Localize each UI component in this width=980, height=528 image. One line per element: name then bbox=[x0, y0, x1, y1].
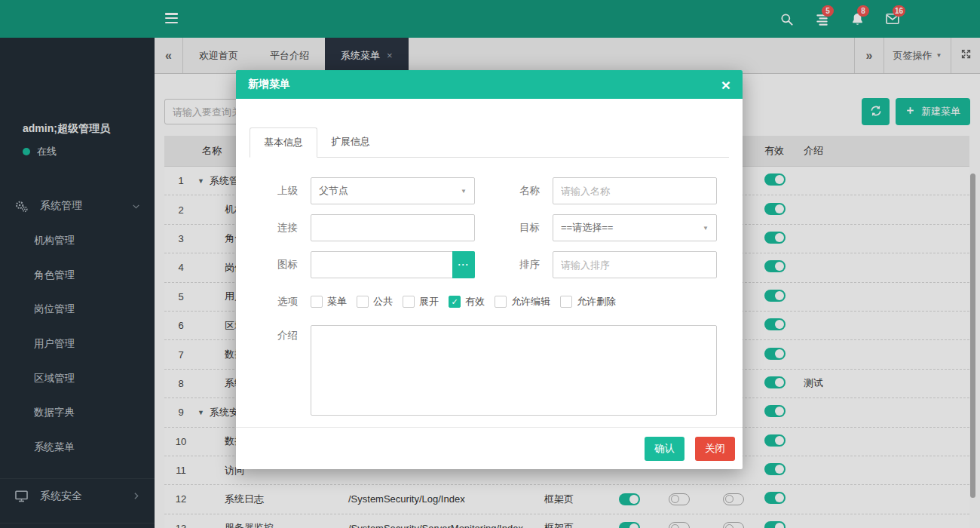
option-label: 允许删除 bbox=[577, 295, 616, 309]
option-item[interactable]: 允许删除 bbox=[560, 295, 616, 309]
icon-picker-button[interactable]: ··· bbox=[452, 251, 475, 278]
options-group: 菜单公共展开✓有效允许编辑允许删除 bbox=[311, 288, 717, 315]
parent-select[interactable]: 父节点 ▼ bbox=[311, 177, 475, 204]
close-button[interactable]: 关闭 bbox=[695, 437, 735, 461]
intro-label: 介绍 bbox=[236, 325, 311, 342]
modal-footer: 确认 关闭 bbox=[236, 427, 743, 469]
sort-label: 排序 bbox=[475, 251, 553, 278]
parent-label: 上级 bbox=[236, 177, 311, 204]
checkbox-icon[interactable] bbox=[311, 296, 323, 308]
option-label: 有效 bbox=[465, 295, 485, 309]
option-item[interactable]: 公共 bbox=[357, 295, 393, 309]
add-menu-modal: 新增菜单 × 基本信息扩展信息 上级 父节点 ▼ 名称 连接 目标 ==请选择=… bbox=[236, 70, 743, 469]
modal-tab-basic-info[interactable]: 基本信息 bbox=[250, 127, 317, 158]
modal-tabs: 基本信息扩展信息 bbox=[250, 127, 729, 158]
option-label: 展开 bbox=[419, 295, 439, 309]
parent-select-value: 父节点 bbox=[319, 184, 348, 198]
name-field[interactable] bbox=[553, 177, 717, 204]
checkbox-icon[interactable] bbox=[357, 296, 369, 308]
checkbox-checked-icon[interactable]: ✓ bbox=[449, 296, 461, 308]
target-label: 目标 bbox=[475, 214, 553, 241]
checkbox-icon[interactable] bbox=[403, 296, 415, 308]
target-select-value: ==请选择== bbox=[561, 221, 613, 235]
modal-form: 上级 父节点 ▼ 名称 连接 目标 ==请选择== ▼ 图标 · bbox=[236, 177, 743, 419]
option-label: 公共 bbox=[373, 295, 393, 309]
caret-down-icon: ▼ bbox=[703, 225, 709, 232]
modal-header: 新增菜单 × bbox=[236, 70, 743, 99]
checkbox-icon[interactable] bbox=[560, 296, 572, 308]
options-label: 选项 bbox=[236, 288, 311, 315]
caret-down-icon: ▼ bbox=[461, 188, 467, 195]
option-item[interactable]: 菜单 bbox=[311, 295, 347, 309]
modal-title: 新增菜单 bbox=[248, 78, 290, 91]
target-select[interactable]: ==请选择== ▼ bbox=[553, 214, 717, 241]
option-label: 允许编辑 bbox=[511, 295, 550, 309]
icon-label: 图标 bbox=[236, 251, 311, 278]
icon-field[interactable] bbox=[311, 251, 475, 278]
intro-textarea[interactable] bbox=[311, 325, 717, 416]
modal-close-icon[interactable]: × bbox=[721, 77, 730, 93]
option-item[interactable]: 展开 bbox=[403, 295, 439, 309]
option-item[interactable]: 允许编辑 bbox=[495, 295, 550, 309]
confirm-button[interactable]: 确认 bbox=[645, 437, 684, 461]
app-screen: 5816 admin;超级管理员 在线 系统管理机构管理角色管理岗位管理用户管理… bbox=[0, 0, 980, 528]
modal-tab-extended-info[interactable]: 扩展信息 bbox=[317, 127, 384, 158]
sort-field[interactable] bbox=[553, 251, 717, 278]
link-label: 连接 bbox=[236, 214, 311, 241]
option-label: 菜单 bbox=[327, 295, 347, 309]
link-field[interactable] bbox=[311, 214, 475, 241]
option-item[interactable]: ✓有效 bbox=[449, 295, 485, 309]
name-label: 名称 bbox=[475, 177, 553, 204]
checkbox-icon[interactable] bbox=[495, 296, 507, 308]
